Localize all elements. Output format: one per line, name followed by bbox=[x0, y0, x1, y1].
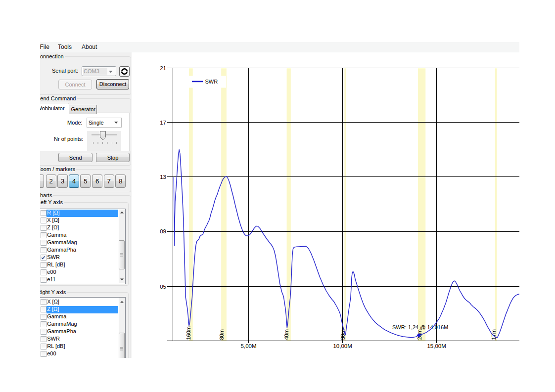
svg-text:09: 09 bbox=[160, 228, 166, 234]
svg-text:30m: 30m bbox=[340, 329, 346, 340]
svg-text:5,00M: 5,00M bbox=[241, 343, 257, 349]
svg-text:160m: 160m bbox=[185, 326, 191, 340]
svg-text:17: 17 bbox=[160, 120, 166, 126]
svg-text:SWR: SWR bbox=[205, 79, 218, 85]
svg-text:10,00M: 10,00M bbox=[333, 343, 352, 349]
svg-text:17m: 17m bbox=[491, 329, 497, 340]
svg-text:80m: 80m bbox=[219, 329, 225, 340]
svg-text:21: 21 bbox=[160, 65, 166, 71]
svg-text:15,00M: 15,00M bbox=[427, 343, 446, 349]
svg-text:SWR: 1,24 @ 14,016M: SWR: 1,24 @ 14,016M bbox=[392, 324, 448, 330]
svg-text:13: 13 bbox=[160, 174, 166, 180]
svg-text:05: 05 bbox=[160, 284, 166, 290]
svg-text:40m: 40m bbox=[283, 329, 289, 340]
